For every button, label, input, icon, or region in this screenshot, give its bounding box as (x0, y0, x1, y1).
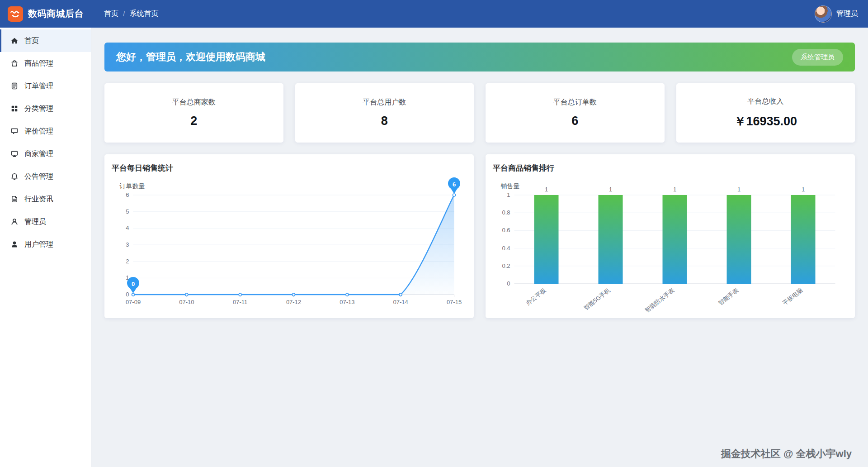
order-icon (10, 82, 19, 90)
stat-card: 平台总商家数2 (104, 83, 283, 143)
sidebar-item-users[interactable]: 用户管理 (0, 233, 91, 256)
sidebar-item-label: 首页 (24, 36, 39, 46)
svg-text:1: 1 (507, 191, 510, 198)
brand: 数码商城后台 (0, 6, 92, 22)
svg-text:6: 6 (126, 191, 129, 198)
users-icon (10, 240, 19, 248)
svg-text:07-15: 07-15 (447, 299, 462, 305)
sidebar-item-shop[interactable]: 商家管理 (0, 143, 91, 165)
breadcrumb-separator: / (123, 10, 125, 18)
sidebar-item-label: 评价管理 (24, 127, 53, 136)
user-avatar[interactable] (815, 5, 832, 23)
svg-text:07-14: 07-14 (393, 299, 408, 305)
sidebar-item-bell[interactable]: 公告管理 (0, 165, 91, 188)
svg-text:订单数量: 订单数量 (119, 182, 145, 190)
product-sales-bar-chart: 00.20.40.60.81销售量1办公平板1智能5G手机1智能防水手表1智能手… (493, 177, 848, 313)
svg-text:1: 1 (802, 186, 805, 193)
svg-text:1: 1 (609, 186, 612, 193)
sidebar-item-order[interactable]: 订单管理 (0, 75, 91, 97)
sidebar-item-admin[interactable]: 管理员 (0, 210, 91, 233)
sidebar-item-label: 行业资讯 (24, 195, 53, 204)
svg-text:07-11: 07-11 (233, 299, 247, 305)
sidebar-item-comment[interactable]: 评价管理 (0, 120, 91, 143)
bar-2 (599, 195, 623, 284)
app-logo-icon (8, 6, 23, 22)
svg-text:0.4: 0.4 (502, 245, 510, 252)
stat-value: ￥16935.00 (734, 113, 797, 129)
daily-sales-line-chart: 012345607-0907-1007-1107-1207-1307-1407-… (112, 177, 467, 313)
admin-icon (10, 218, 19, 226)
svg-text:平板电脑: 平板电脑 (781, 287, 804, 307)
svg-text:智能手表: 智能手表 (717, 287, 740, 307)
svg-text:0.2: 0.2 (502, 262, 510, 269)
line-chart-title: 平台每日销售统计 (112, 163, 467, 173)
svg-text:0.8: 0.8 (502, 209, 510, 216)
stat-card: 平台总用户数8 (295, 83, 474, 143)
svg-text:办公平板: 办公平板 (524, 287, 547, 307)
svg-text:0: 0 (132, 281, 135, 287)
user-name: 管理员 (836, 9, 858, 19)
stat-label: 平台总商家数 (172, 98, 216, 107)
goods-icon (10, 59, 19, 67)
svg-text:智能5G手机: 智能5G手机 (582, 287, 611, 312)
sidebar-item-label: 商家管理 (24, 149, 53, 159)
welcome-text: 您好，管理员，欢迎使用数码商城 (116, 50, 265, 64)
product-ranking-card: 平台商品销售排行 00.20.40.60.81销售量1办公平板1智能5G手机1智… (486, 154, 855, 318)
bar-4 (727, 195, 751, 284)
sidebar-item-label: 分类管理 (24, 104, 53, 114)
svg-text:07-09: 07-09 (126, 299, 141, 305)
stat-label: 平台总收入 (747, 97, 783, 106)
news-icon (10, 195, 19, 203)
home-icon (10, 37, 19, 45)
stats-row: 平台总商家数2平台总用户数8平台总订单数6平台总收入￥16935.00 (104, 83, 855, 143)
user-menu[interactable]: 管理员 (815, 5, 868, 23)
svg-text:1: 1 (673, 186, 676, 193)
app-title: 数码商城后台 (28, 8, 84, 20)
svg-text:0: 0 (126, 291, 129, 298)
sidebar-item-home[interactable]: 首页 (0, 29, 91, 52)
breadcrumb: 首页 / 系统首页 (104, 9, 158, 19)
svg-text:6: 6 (453, 181, 456, 188)
main-content: 您好，管理员，欢迎使用数码商城 系统管理员 平台总商家数2平台总用户数8平台总订… (91, 28, 868, 467)
stat-value: 2 (190, 114, 197, 128)
stat-label: 平台总订单数 (553, 98, 597, 107)
bar-3 (663, 195, 687, 284)
bar-5 (791, 195, 816, 284)
breadcrumb-home[interactable]: 首页 (104, 9, 118, 19)
stat-card: 平台总订单数6 (486, 83, 665, 143)
category-icon (10, 105, 19, 113)
svg-text:销售量: 销售量 (500, 182, 520, 190)
bar-chart-title: 平台商品销售排行 (493, 163, 848, 173)
svg-text:1: 1 (545, 186, 548, 193)
bar-1 (534, 195, 559, 284)
page-layout: 首页商品管理订单管理分类管理评价管理商家管理公告管理行业资讯管理员用户管理 您好… (0, 28, 868, 467)
svg-text:2: 2 (126, 258, 129, 265)
sidebar-item-goods[interactable]: 商品管理 (0, 52, 91, 75)
svg-text:智能防水手表: 智能防水手表 (644, 287, 676, 313)
svg-text:07-12: 07-12 (286, 299, 301, 305)
svg-text:0.6: 0.6 (502, 227, 510, 234)
watermark: 掘金技术社区 @ 全栈小宇wly (721, 447, 852, 461)
sidebar-menu: 首页商品管理订单管理分类管理评价管理商家管理公告管理行业资讯管理员用户管理 (0, 28, 91, 467)
charts-row: 平台每日销售统计 012345607-0907-1007-1107-1207-1… (104, 154, 855, 318)
sidebar-item-label: 用户管理 (24, 240, 53, 249)
sidebar-item-news[interactable]: 行业资讯 (0, 188, 91, 210)
sidebar-item-label: 订单管理 (24, 81, 53, 91)
stat-value: 6 (571, 114, 578, 128)
chart-markpoint: 6 (448, 177, 460, 194)
svg-text:07-13: 07-13 (340, 299, 354, 305)
sidebar-item-label: 管理员 (24, 217, 46, 227)
svg-text:5: 5 (126, 208, 129, 215)
welcome-banner: 您好，管理员，欢迎使用数码商城 系统管理员 (104, 43, 855, 71)
svg-text:3: 3 (126, 241, 129, 248)
stat-card: 平台总收入￥16935.00 (676, 83, 855, 143)
breadcrumb-current: 系统首页 (129, 9, 158, 19)
stat-value: 8 (381, 114, 388, 128)
svg-text:07-10: 07-10 (179, 299, 194, 305)
sidebar-item-label: 商品管理 (24, 59, 53, 68)
sidebar-item-category[interactable]: 分类管理 (0, 97, 91, 120)
role-badge: 系统管理员 (792, 49, 843, 66)
daily-sales-card: 平台每日销售统计 012345607-0907-1007-1107-1207-1… (104, 154, 474, 318)
shop-icon (10, 150, 19, 158)
svg-text:1: 1 (737, 186, 741, 193)
